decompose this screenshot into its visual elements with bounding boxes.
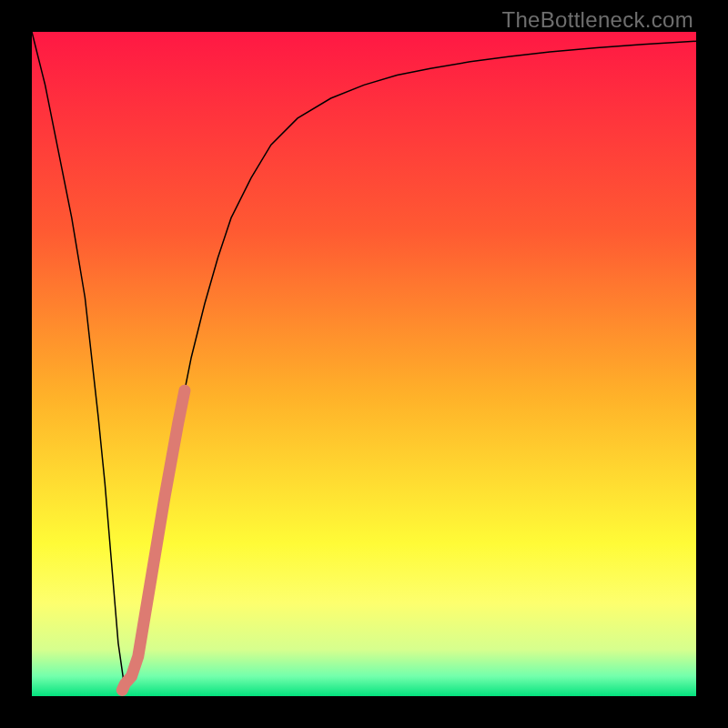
- series-bottleneck-curve: [32, 32, 696, 690]
- series-highlight-segment: [126, 390, 185, 682]
- watermark-text: TheBottleneck.com: [501, 7, 693, 33]
- chart-lines-layer: [32, 32, 696, 696]
- series-highlight-dot: [122, 684, 125, 691]
- plot-area: [32, 32, 696, 696]
- chart-container: TheBottleneck.com: [0, 0, 728, 728]
